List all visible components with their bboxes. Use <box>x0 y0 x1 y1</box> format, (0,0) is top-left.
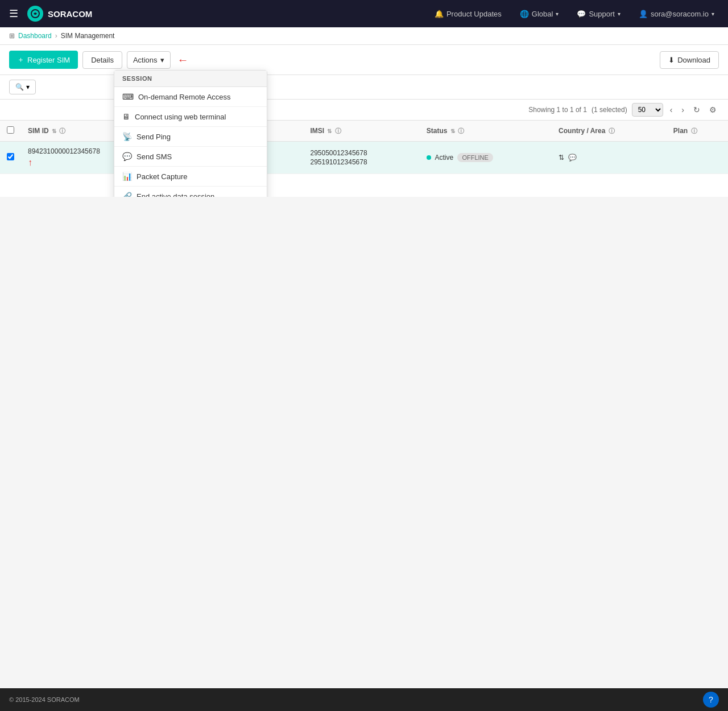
top-navigation: ☰ SORACOM 🔔 Product Updates 🌐 Global ▾ 💬… <box>0 0 728 27</box>
session-section-header: SESSION <box>114 71 267 87</box>
global-caret-icon: ▾ <box>556 11 559 17</box>
ping-icon: 📡 <box>122 132 132 141</box>
search-area: 🔍 ▾ <box>0 75 728 100</box>
link-icon: 🔗 <box>122 192 132 197</box>
menu-item-remote-access[interactable]: ⌨ On-demand Remote Access <box>114 87 267 107</box>
details-button[interactable]: Details <box>82 51 122 69</box>
prev-page-button[interactable]: ‹ <box>668 103 675 117</box>
select-all-checkbox[interactable] <box>7 126 14 134</box>
up-arrow-indicator: ↑ <box>28 158 32 167</box>
status-sort-icon: ⇅ <box>450 128 455 134</box>
menu-item-web-terminal[interactable]: 🖥 Connect using web terminal <box>114 107 267 127</box>
register-sim-button[interactable]: ＋ Register SIM <box>9 51 78 69</box>
plan-info-icon: ⓘ <box>691 127 697 134</box>
menu-item-packet-capture[interactable]: 📊 Packet Capture <box>114 167 267 187</box>
plus-icon: ＋ <box>17 55 24 65</box>
sms-icon: 💬 <box>122 152 132 161</box>
status-dot <box>427 155 431 160</box>
sim-table: SIM ID ⇅ ⓘ ICCID ⇅ ⓘ IMSI ⇅ ⓘ Status ⇅ ⓘ… <box>0 121 728 174</box>
download-button[interactable]: ⬇ Download <box>660 51 719 69</box>
select-all-header <box>0 121 21 142</box>
table-row[interactable]: 8942310000012345678 ↑ 894231000001234567… <box>0 142 728 174</box>
user-nav[interactable]: 👤 sora@soracom.io ▾ <box>634 7 719 20</box>
sim-table-container: SIM ID ⇅ ⓘ ICCID ⇅ ⓘ IMSI ⇅ ⓘ Status ⇅ ⓘ… <box>0 121 728 197</box>
logo-icon <box>27 6 43 22</box>
breadcrumb-separator: › <box>55 32 57 40</box>
selected-text: (1 selected) <box>592 106 627 114</box>
row-checkbox[interactable] <box>7 153 14 160</box>
terminal-icon: ⌨ <box>122 92 134 101</box>
status-info-icon: ⓘ <box>458 127 464 134</box>
status-cell: Active OFFLINE <box>420 142 552 174</box>
logo-text: SORACOM <box>48 9 92 19</box>
country-chat-icon: 💬 <box>568 154 577 162</box>
country-cell: ⇅ 💬 <box>552 142 667 174</box>
support-nav[interactable]: 💬 Support ▾ <box>572 7 625 20</box>
actions-arrow-indicator: ← <box>177 53 189 67</box>
product-updates-nav[interactable]: 🔔 Product Updates <box>430 7 506 20</box>
offline-badge: OFFLINE <box>457 153 493 162</box>
imsi-cell: 295050012345678 295191012345678 <box>303 142 419 174</box>
country-info-icon: ⓘ <box>609 127 615 134</box>
support-icon: 💬 <box>577 10 586 18</box>
user-caret-icon: ▾ <box>712 11 714 17</box>
search-button[interactable]: 🔍 ▾ <box>9 80 36 94</box>
bell-icon: 🔔 <box>435 10 444 18</box>
menu-item-end-session[interactable]: 🔗 End active data session <box>114 187 267 197</box>
status-header: Status ⇅ ⓘ <box>420 121 552 142</box>
row-checkbox-cell <box>0 142 21 174</box>
actions-caret-icon: ▾ <box>160 56 164 64</box>
settings-icon-button[interactable]: ⚙ <box>707 103 719 117</box>
support-caret-icon: ▾ <box>618 11 621 17</box>
country-sort-icons: ⇅ <box>559 154 564 162</box>
imsi-header: IMSI ⇅ ⓘ <box>303 121 419 142</box>
breadcrumb: ⊞ Dashboard › SIM Management <box>0 27 728 45</box>
download-icon: ⬇ <box>668 56 675 64</box>
capture-icon: 📊 <box>122 172 132 181</box>
sim-id-sort-icon: ⇅ <box>52 128 56 134</box>
monitor-icon: 🖥 <box>122 112 130 121</box>
plan-cell <box>667 142 728 174</box>
imsi-sort-icon: ⇅ <box>327 128 332 134</box>
per-page-select[interactable]: 50 100 200 <box>632 103 663 117</box>
menu-item-send-ping[interactable]: 📡 Send Ping <box>114 127 267 147</box>
global-nav[interactable]: 🌐 Global ▾ <box>515 7 564 20</box>
grid-icon: ⊞ <box>9 32 15 40</box>
menu-item-send-sms[interactable]: 💬 Send SMS <box>114 147 267 167</box>
actions-button[interactable]: Actions ▾ <box>127 51 171 69</box>
next-page-button[interactable]: › <box>679 103 686 117</box>
showing-text: Showing 1 to 1 of 1 <box>528 106 587 114</box>
hamburger-menu-icon[interactable]: ☰ <box>9 7 18 20</box>
toolbar: ＋ Register SIM Details Actions ▾ ← SESSI… <box>0 45 728 75</box>
user-icon: 👤 <box>639 10 648 18</box>
country-header: Country / Area ⓘ <box>552 121 667 142</box>
table-controls: Showing 1 to 1 of 1 (1 selected) 50 100 … <box>0 100 728 121</box>
imsi-info-icon: ⓘ <box>335 127 341 134</box>
globe-icon: 🌐 <box>520 10 529 18</box>
actions-dropdown-menu: SESSION ⌨ On-demand Remote Access 🖥 Conn… <box>114 70 267 197</box>
plan-header: Plan ⓘ <box>667 121 728 142</box>
sim-id-info-icon: ⓘ <box>59 127 65 134</box>
search-caret-icon: ▾ <box>26 83 30 91</box>
refresh-button[interactable]: ↻ <box>691 103 702 117</box>
logo: SORACOM <box>27 6 92 22</box>
search-icon: 🔍 <box>15 83 24 91</box>
